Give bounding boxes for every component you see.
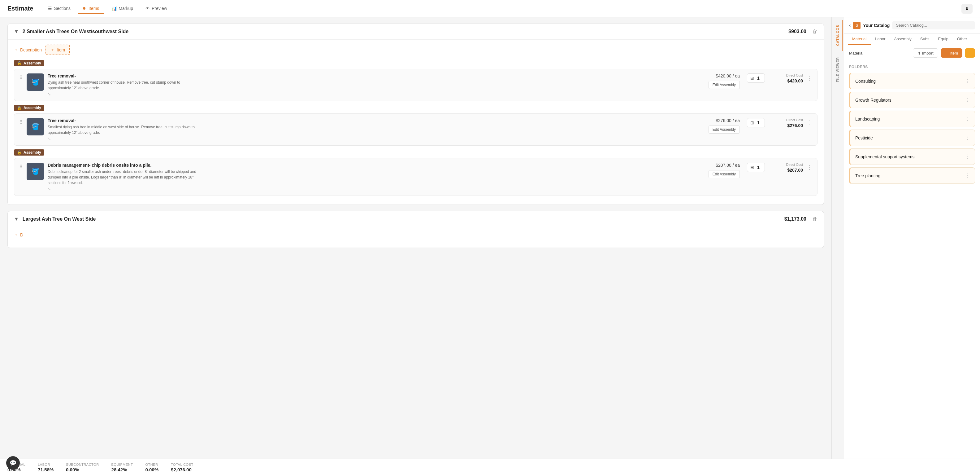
section-2-toggle[interactable]: ▼ xyxy=(14,216,19,222)
cost-bar-equipment: EQUIPMENT 28.42% xyxy=(111,463,133,472)
drag-handle-2[interactable]: ⠿ xyxy=(19,118,23,125)
cost-bar-subcontractor: SUBCONTRACTOR 0.00% xyxy=(66,463,99,472)
folder-tree-planting[interactable]: Tree planting ⋮ xyxy=(849,167,975,184)
edit-assembly-3-button[interactable]: Edit Assembly xyxy=(708,170,740,178)
nav-items[interactable]: Items xyxy=(78,3,104,14)
section-1-add-buttons: ＋ Description ＋ Item xyxy=(14,45,818,55)
resize-icon-2: ⤡ xyxy=(48,137,680,141)
folder-pesticide[interactable]: Pesticide ⋮ xyxy=(849,129,975,146)
folders-title: Folders xyxy=(849,65,975,69)
item-thumb-3: 🪣 xyxy=(27,163,44,180)
folder-growth-regulators-menu[interactable]: ⋮ xyxy=(965,97,970,103)
line-item-3: ⠿ 🪣 Debris management- chip debris onsit… xyxy=(14,158,818,196)
item-3-name: Debris management- chip debris onsite in… xyxy=(48,163,680,168)
item-2-desc: Smallest dying ash tree in middle on wes… xyxy=(48,124,202,136)
lock-icon: 🔒 xyxy=(17,61,22,65)
cost-bar-equipment-label: EQUIPMENT xyxy=(111,463,133,466)
catalog-type-label: Material xyxy=(849,51,863,56)
item-thumb-icon-2: 🪣 xyxy=(32,123,39,131)
item-thumb-icon-1: 🪣 xyxy=(32,78,39,86)
section-2-body: ＋ D xyxy=(8,227,824,248)
cost-bar: MATERIAL 0.00% LABOR 71.58% SUBCONTRACTO… xyxy=(0,458,980,476)
edit-assembly-1-button[interactable]: Edit Assembly xyxy=(708,81,740,89)
folder-consulting-menu[interactable]: ⋮ xyxy=(965,78,970,84)
folder-supplemental-support-menu[interactable]: ⋮ xyxy=(965,154,970,160)
download-button[interactable]: ⬇ xyxy=(961,4,972,14)
cost-bar-other-value: 0.00% xyxy=(145,467,159,472)
edit-assembly-2-button[interactable]: Edit Assembly xyxy=(708,126,740,134)
item-2-menu-button[interactable]: ⋮ xyxy=(807,118,812,126)
add-description-2-button[interactable]: ＋ D xyxy=(14,232,23,238)
folders-section: Folders Consulting ⋮ Growth Regulators ⋮… xyxy=(844,61,980,186)
cost-bar-other-label: OTHER xyxy=(145,463,159,466)
item-3-cost-section: Direct Cost $207.00 xyxy=(772,163,803,173)
add-description-button[interactable]: ＋ Description xyxy=(14,45,42,55)
item-2-price-section: $276.00 / ea Edit Assembly xyxy=(684,118,740,134)
cost-bar-total: TOTAL COST $2,076.00 xyxy=(171,463,194,472)
catalog-back-button[interactable]: ‹ xyxy=(849,22,851,28)
cat-tab-equip[interactable]: Equip xyxy=(934,34,953,45)
vert-tab-catalogs[interactable]: CATALOGS xyxy=(833,20,843,51)
item-thumb-icon-3: 🪣 xyxy=(32,168,39,175)
item-3-unit-price: $207.00 / ea xyxy=(716,163,740,168)
assembly-2-badge: 🔒 Assembly xyxy=(14,105,44,111)
vertical-tabs: CATALOGS FILE VIEWER xyxy=(832,18,844,458)
vert-tab-file-viewer[interactable]: FILE VIEWER xyxy=(833,52,843,87)
nav-preview[interactable]: 👁 Preview xyxy=(140,3,172,14)
section-2-delete-button[interactable]: 🗑 xyxy=(813,216,818,222)
item-1-menu-button[interactable]: ⋮ xyxy=(807,73,812,81)
item-1-desc: Dying ash tree near southwest corner of … xyxy=(48,80,202,91)
catalog-title: Your Catalog xyxy=(863,23,889,28)
resize-icon-3: ⤡ xyxy=(48,187,680,191)
catalog-tabs: Material Labor Assembly Subs Equip Other xyxy=(844,34,980,45)
item-1-unit-price: $420.00 / ea xyxy=(716,73,740,78)
section-1-toggle[interactable]: ▼ xyxy=(14,29,19,34)
cat-tab-assembly[interactable]: Assembly xyxy=(890,34,916,45)
import-button[interactable]: ⬆ Import xyxy=(913,48,938,58)
cat-tab-labor[interactable]: Labor xyxy=(871,34,889,45)
folder-tree-planting-menu[interactable]: ⋮ xyxy=(965,173,970,179)
item-2-unit-price: $276.00 / ea xyxy=(716,118,740,123)
folder-supplemental-support[interactable]: Supplemental support systems ⋮ xyxy=(849,149,975,165)
drag-handle-1[interactable]: ⠿ xyxy=(19,73,23,81)
cat-tab-other[interactable]: Other xyxy=(953,34,972,45)
item-1-name: Tree removal- xyxy=(48,73,680,78)
cost-bar-labor: LABOR 71.58% xyxy=(38,463,54,472)
folder-consulting[interactable]: Consulting ⋮ xyxy=(849,73,975,89)
add-item-button[interactable]: ＋ Item xyxy=(46,45,70,55)
item-1-qty-section: ⊞ 1 xyxy=(743,73,768,83)
folder-consulting-name: Consulting xyxy=(855,79,965,84)
section-2-add-buttons: ＋ D xyxy=(14,232,818,238)
section-1-total: $903.00 xyxy=(788,29,807,34)
item-3-desc: Debris cleanup for 2 smaller ash under t… xyxy=(48,169,202,185)
chat-icon: 💬 xyxy=(10,460,16,466)
nav-sections[interactable]: ☰ Sections xyxy=(43,3,76,14)
add-item-catalog-button[interactable]: ＋ Item xyxy=(941,48,963,58)
nav-markup[interactable]: 📊 Markup xyxy=(107,3,138,14)
qty-icon-3: ⊞ xyxy=(750,165,754,170)
section-1-delete-button[interactable]: 🗑 xyxy=(813,29,818,34)
item-3-qty-section: ⊞ 1 xyxy=(743,163,768,172)
folder-landscaping[interactable]: Landscaping ⋮ xyxy=(849,111,975,127)
drag-handle-3[interactable]: ⠿ xyxy=(19,163,23,170)
folder-pesticide-menu[interactable]: ⋮ xyxy=(965,135,970,141)
header: Estimate ☰ Sections Items 📊 Markup 👁 Pre… xyxy=(0,0,980,18)
section-2-title: Largest Ash Tree On West Side xyxy=(22,216,781,222)
catalog-search-input[interactable] xyxy=(892,21,975,29)
folder-growth-regulators[interactable]: Growth Regulators ⋮ xyxy=(849,92,975,108)
cost-bar-subcontractor-label: SUBCONTRACTOR xyxy=(66,463,99,466)
chat-button[interactable]: 💬 xyxy=(6,456,20,470)
estimate-content: ▼ 2 Smaller Ash Trees On West/southwest … xyxy=(0,18,831,458)
assembly-3-badge: 🔒 Assembly xyxy=(14,149,44,156)
item-1-details: Tree removal- Dying ash tree near southw… xyxy=(48,73,680,96)
qty-control-3[interactable]: ⊞ 1 xyxy=(747,163,765,172)
folder-supplemental-support-name: Supplemental support systems xyxy=(855,154,965,159)
item-2-name: Tree removal- xyxy=(48,118,680,123)
item-3-menu-button[interactable]: ⋮ xyxy=(807,163,812,171)
cat-tab-material[interactable]: Material xyxy=(848,34,871,45)
qty-control-2[interactable]: ⊞ 1 xyxy=(747,118,765,127)
qty-control-1[interactable]: ⊞ 1 xyxy=(747,73,765,83)
folder-landscaping-menu[interactable]: ⋮ xyxy=(965,116,970,122)
add-plus-button[interactable]: ＋ xyxy=(965,48,975,58)
cat-tab-subs[interactable]: Subs xyxy=(916,34,934,45)
